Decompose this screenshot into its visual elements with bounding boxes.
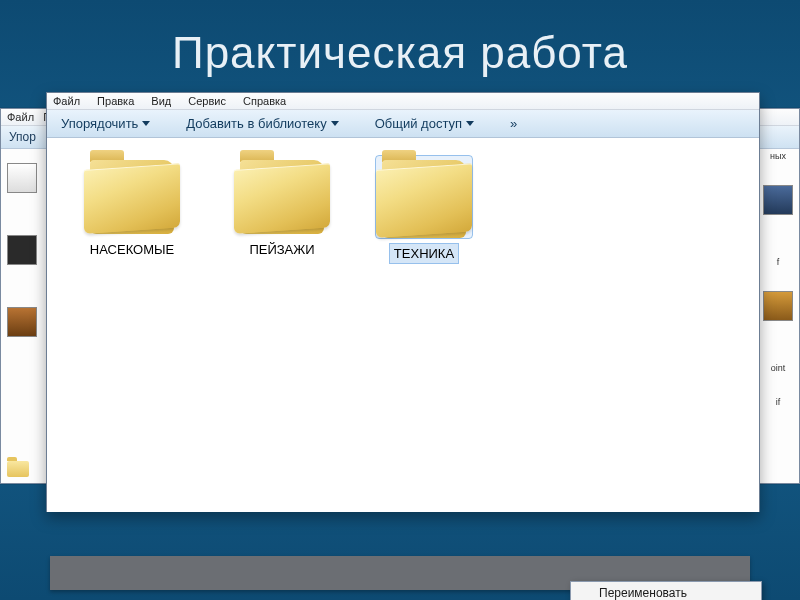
folder-item-selected[interactable]: ТЕХНИКА [359, 156, 489, 263]
folder-label: НАСЕКОМЫЕ [86, 240, 178, 259]
toolbar-share-label: Общий доступ [375, 116, 462, 131]
thumb-icon [763, 185, 793, 215]
thumb-label: if [763, 397, 793, 407]
thumb-icon [7, 163, 37, 193]
chevron-down-icon [142, 121, 150, 126]
folder-label: ТЕХНИКА [390, 244, 458, 263]
folder-icon [234, 156, 330, 234]
folder-item[interactable]: ПЕЙЗАЖИ [217, 156, 347, 259]
folder-item[interactable]: НАСЕКОМЫЕ [67, 156, 197, 259]
thumb-label: f [763, 257, 793, 267]
toolbar-add-library-label: Добавить в библиотеку [186, 116, 326, 131]
slide-title: Практическая работа [0, 28, 800, 78]
menu-tools[interactable]: Сервис [188, 95, 226, 107]
toolbar-organize-label: Упорядочить [61, 116, 138, 131]
thumb-label: ных [763, 151, 793, 161]
toolbar-organize[interactable]: Упорядочить [61, 116, 150, 131]
menu-edit[interactable]: Правка [97, 95, 134, 107]
folder-icon [7, 461, 29, 477]
context-menu[interactable]: Переименовать [570, 581, 762, 600]
thumb-icon [7, 235, 37, 265]
back-right-thumbs: ных f oint if [763, 149, 793, 431]
toolbar-add-library[interactable]: Добавить в библиотеку [186, 116, 338, 131]
back-left-thumbs [7, 163, 37, 379]
menu-file[interactable]: Файл [53, 95, 80, 107]
toolbar-share[interactable]: Общий доступ [375, 116, 474, 131]
toolbar: Упорядочить Добавить в библиотеку Общий … [47, 110, 759, 138]
menu-help[interactable]: Справка [243, 95, 286, 107]
folder-icon [84, 156, 180, 234]
thumb-icon [763, 291, 793, 321]
context-menu-rename[interactable]: Переименовать [571, 582, 761, 600]
chevron-down-icon [331, 121, 339, 126]
toolbar-more[interactable]: » [510, 116, 517, 131]
folder-icon [376, 156, 472, 238]
folder-label: ПЕЙЗАЖИ [245, 240, 318, 259]
thumb-label: oint [763, 363, 793, 373]
menu-view[interactable]: Вид [151, 95, 171, 107]
thumb-icon [7, 307, 37, 337]
folder-area[interactable]: НАСЕКОМЫЕ ПЕЙЗАЖИ ТЕХНИКА [47, 138, 759, 512]
slide: Практическая работа Файл Правка Вид Серв… [0, 0, 800, 600]
explorer-window-front: Файл Правка Вид Сервис Справка Упорядочи… [46, 92, 760, 512]
menubar: Файл Правка Вид Сервис Справка [47, 93, 759, 110]
chevron-down-icon [466, 121, 474, 126]
